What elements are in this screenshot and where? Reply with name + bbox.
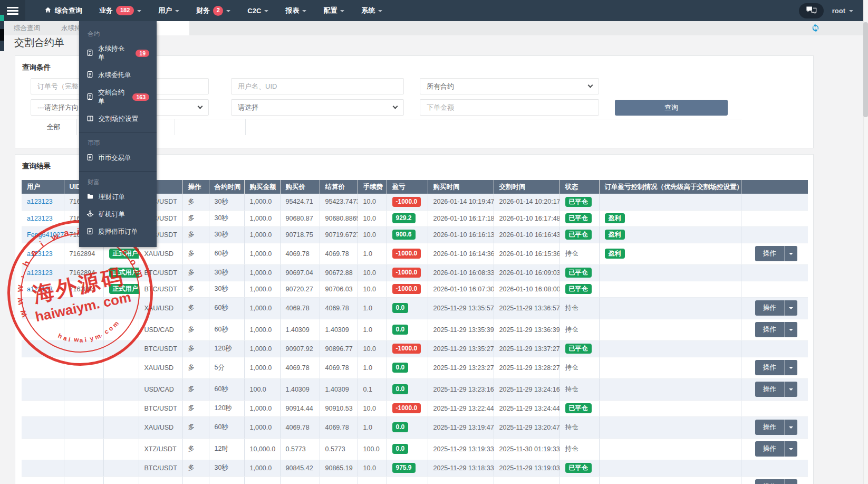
user-link[interactable]: a123123 xyxy=(27,269,53,277)
cell-duration: 60秒 xyxy=(209,243,244,264)
nav-item-用户[interactable]: 用户 xyxy=(158,6,179,15)
menu-item-永续委托单[interactable]: 永续委托单 xyxy=(79,67,157,84)
cell-settle-price: 4069.78 xyxy=(320,243,358,264)
menu-item-币币交易单[interactable]: 币币交易单 xyxy=(79,149,157,167)
row-action-button[interactable]: 操作 xyxy=(755,300,797,316)
action-dropdown-toggle[interactable] xyxy=(784,246,797,261)
user-type-badge: 正式用户 xyxy=(109,268,139,278)
nav-item-系统[interactable]: 系统 xyxy=(361,6,382,15)
messages-button[interactable] xyxy=(799,3,824,18)
cell-pnl-control: 盈利 xyxy=(599,243,741,264)
page-scrollbar[interactable] xyxy=(863,0,868,484)
row-action-button[interactable]: 操作 xyxy=(755,382,797,397)
scrollbar-thumb[interactable] xyxy=(863,22,868,117)
menu-item-交割合约单[interactable]: 交割合约单163 xyxy=(79,84,157,110)
menu-item-交割场控设置[interactable]: 交割场控设置 xyxy=(79,110,157,128)
results-panel-title: 查询结果 xyxy=(22,162,51,171)
row-action-button[interactable]: 操作 xyxy=(755,441,797,457)
query-button[interactable]: 查询 xyxy=(615,100,728,116)
table-row: USD/CAD多60秒100.01.403091.403090.10.02025… xyxy=(22,378,808,400)
cell-pnl-control xyxy=(599,281,741,297)
nav-item-业务[interactable]: 业务182 xyxy=(99,6,141,15)
status-select[interactable]: 请选择 xyxy=(231,99,404,116)
user-link[interactable]: a123123 xyxy=(27,250,53,258)
chevron-down-icon xyxy=(226,10,230,12)
cell-status: 持仓 xyxy=(560,319,599,340)
column-header: 购买时间 xyxy=(428,180,494,194)
cell-amount: 1,000.0 xyxy=(244,281,280,297)
user-link[interactable]: a123123 xyxy=(27,198,53,205)
cell-actions xyxy=(741,340,808,357)
action-dropdown-toggle[interactable] xyxy=(784,441,797,457)
row-action-button[interactable]: 操作 xyxy=(755,246,797,261)
row-action-button[interactable]: 操作 xyxy=(755,479,797,484)
cell-pnl-control: 盈利 xyxy=(599,210,741,226)
menu-item-质押借币订单[interactable]: 质押借币订单 xyxy=(79,223,157,241)
cell-status: 已平仓 xyxy=(560,281,599,297)
tab-综合查询[interactable]: 综合查询 xyxy=(0,21,51,35)
cell-settle-time: 2026-01-14 10:20:17 xyxy=(494,194,560,210)
status-badge: 已平仓 xyxy=(565,268,592,278)
column-header: 结算价 xyxy=(320,180,358,194)
cell-pair xyxy=(139,476,182,484)
action-dropdown-toggle[interactable] xyxy=(784,479,797,484)
user-search-input[interactable] xyxy=(231,78,404,94)
cell-buy-time: 2025-11-29 13:18:33 xyxy=(428,460,494,476)
column-header: 用户 xyxy=(22,180,64,194)
cell-pair: USD/CAD xyxy=(139,378,182,400)
cell-uid xyxy=(64,400,103,416)
action-button-label[interactable]: 操作 xyxy=(755,360,784,375)
user-link[interactable]: a123123 xyxy=(27,215,53,222)
nav-item-财务[interactable]: 财务2 xyxy=(196,6,230,16)
refresh-icon[interactable] xyxy=(811,23,820,34)
cell-pnl: 929.2 xyxy=(387,210,428,226)
cell-user xyxy=(22,297,64,319)
nav-item-综合查询[interactable]: 综合查询 xyxy=(44,6,82,15)
user-link[interactable]: Feng641027 xyxy=(27,231,64,239)
cell-status: 持仓 xyxy=(560,378,599,400)
menu-item-永续持仓单[interactable]: 永续持仓单19 xyxy=(79,40,157,67)
nav-item-配置[interactable]: 配置 xyxy=(323,6,344,15)
cell-buy-time: 2025-11-29 13:19:33 xyxy=(428,438,494,460)
user-menu[interactable]: root xyxy=(832,7,853,15)
row-action-button[interactable]: 操作 xyxy=(755,420,797,435)
cell-amount: 1,000.0 xyxy=(244,319,280,340)
filter-tab[interactable] xyxy=(175,119,246,135)
nav-item-C2C[interactable]: C2C xyxy=(247,7,268,15)
action-button-label[interactable]: 操作 xyxy=(755,300,784,316)
action-button-label[interactable]: 操作 xyxy=(755,441,784,457)
cell-amount: 1,000.0 xyxy=(244,400,280,416)
cell-fee: 1.0 xyxy=(358,357,387,378)
navbar-menu: 综合查询业务182用户财务2C2C报表配置系统 xyxy=(44,6,382,16)
nav-item-报表[interactable]: 报表 xyxy=(285,6,306,15)
row-action-button[interactable]: 操作 xyxy=(755,322,797,337)
action-dropdown-toggle[interactable] xyxy=(784,300,797,316)
action-dropdown-toggle[interactable] xyxy=(784,360,797,375)
table-row: XAU/USD多5分1,000.04069.784069.781.00.0202… xyxy=(22,357,808,378)
menu-item-理财订单[interactable]: 理财订单 xyxy=(79,188,157,206)
action-button-label[interactable]: 操作 xyxy=(755,479,784,484)
action-button-label[interactable]: 操作 xyxy=(755,322,784,337)
cell-buy-price: 90914.44 xyxy=(280,400,320,416)
cell-amount: 1,000.0 xyxy=(244,297,280,319)
cell-pnl: -1000.0 xyxy=(387,340,428,357)
column-header: 操作 xyxy=(182,180,209,194)
user-link[interactable]: a123123 xyxy=(27,286,53,293)
amount-input[interactable] xyxy=(420,99,599,116)
action-dropdown-toggle[interactable] xyxy=(784,322,797,337)
cell-pnl: 0.0 xyxy=(387,438,428,460)
cell-direction: 多 xyxy=(182,319,209,340)
menu-item-矿机订单[interactable]: 矿机订单 xyxy=(79,206,157,223)
cell-duration: 30秒 xyxy=(209,281,244,297)
action-button-label[interactable]: 操作 xyxy=(755,420,784,435)
cell-settle-price: 90719.6727 xyxy=(320,226,358,243)
filter-tab-all[interactable]: 全部 xyxy=(31,119,77,135)
contract-select[interactable]: 所有合约 xyxy=(420,78,599,94)
action-dropdown-toggle[interactable] xyxy=(784,420,797,435)
menu-section-币币: 币币币币交易单 xyxy=(79,132,157,167)
action-dropdown-toggle[interactable] xyxy=(784,382,797,397)
action-button-label[interactable]: 操作 xyxy=(755,382,784,397)
column-header: 盈亏 xyxy=(387,180,428,194)
row-action-button[interactable]: 操作 xyxy=(755,360,797,375)
action-button-label[interactable]: 操作 xyxy=(755,246,784,261)
